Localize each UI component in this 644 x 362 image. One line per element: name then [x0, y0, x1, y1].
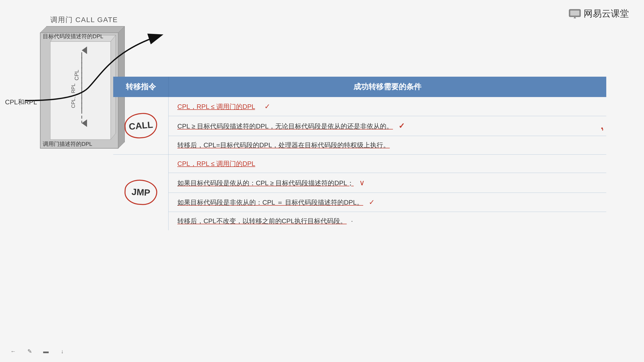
svg-text:调用门描述符的DPL: 调用门描述符的DPL: [43, 141, 92, 147]
table-header: 转移指令 成功转移需要的条件: [113, 77, 606, 97]
toolbar-down-btn[interactable]: ↓: [57, 346, 68, 357]
jmp-circle: JMP: [124, 179, 158, 206]
logo-text: 网易云课堂: [584, 8, 629, 20]
content-table: 转移指令 成功转移需要的条件 CALL CPL，RPL ≤ 调用门的DPL ✓ …: [113, 77, 606, 230]
toolbar-screen-btn[interactable]: ▬: [40, 346, 52, 357]
call-cond2-side-mark: ,: [597, 119, 605, 133]
svg-text:目标代码段描述符的DPL: 目标代码段描述符的DPL: [43, 33, 103, 39]
jmp-condition-4: 转移后，CPL不改变，以转移之前的CPL执行目标代码段。 ·: [169, 212, 606, 230]
svg-rect-7: [55, 35, 116, 133]
jmp-cond2-text: 如果目标代码段是依从的：CPL ≥ 目标代码段描述符的DPL；: [177, 179, 354, 187]
table-row-jmp: JMP CPL，RPL ≤ 调用门的DPL 如果目标代码段是依从的：CPL ≥ …: [113, 155, 606, 230]
jmp-condition-3: 如果目标代码段是非依从的：CPL ＝ 目标代码段描述符的DPL。 ✓: [169, 193, 606, 212]
call-cond1-check: ✓: [264, 103, 270, 110]
logo-icon: [569, 9, 581, 19]
jmp-condition-1: CPL，RPL ≤ 调用门的DPL: [169, 155, 606, 173]
call-cond3-text: 转移后，CPL=目标代码段的DPL，处理器在目标代码段的特权级上执行。: [177, 141, 390, 149]
svg-marker-5: [40, 26, 125, 33]
jmp-condition-2: 如果目标代码段是依从的：CPL ≥ 目标代码段描述符的DPL； ∨: [169, 173, 606, 193]
td-instruction-jmp: JMP: [113, 155, 169, 230]
jmp-cond3-check: ✓: [369, 198, 375, 206]
jmp-cond4-dot: ·: [351, 217, 353, 225]
call-cond2-mark: ✓: [398, 122, 405, 130]
page-title: 调用门 CALL GATE: [50, 15, 118, 25]
jmp-label: JMP: [131, 187, 150, 198]
toolbar-pen-btn[interactable]: ✎: [24, 346, 35, 357]
svg-rect-8: [50, 41, 111, 140]
td-conditions-call: CPL，RPL ≤ 调用门的DPL ✓ CPL ≥ 目标代码段描述符的DPL，无…: [169, 97, 606, 154]
th-instruction: 转移指令: [113, 77, 169, 97]
logo-area: 网易云课堂: [569, 8, 629, 20]
call-condition-3: 转移后，CPL=目标代码段的DPL，处理器在目标代码段的特权级上执行。: [169, 136, 606, 154]
svg-rect-4: [40, 33, 118, 148]
toolbar-back-btn[interactable]: ←: [8, 346, 19, 357]
td-conditions-jmp: CPL，RPL ≤ 调用门的DPL 如果目标代码段是依从的：CPL ≥ 目标代码…: [169, 155, 606, 230]
svg-rect-3: [47, 26, 125, 142]
svg-text:CPL和RPL: CPL和RPL: [5, 98, 37, 106]
jmp-cond3-text: 如果目标代码段是非依从的：CPL ＝ 目标代码段描述符的DPL。: [177, 199, 363, 206]
call-condition-2: CPL ≥ 目标代码段描述符的DPL，无论目标代码段是依从的还是非依从的。 ✓ …: [169, 116, 606, 136]
th-condition: 成功转移需要的条件: [169, 77, 606, 97]
td-instruction-call: CALL: [113, 97, 169, 154]
jmp-cond4-text: 转移后，CPL不改变，以转移之前的CPL执行目标代码段。: [177, 217, 347, 225]
table-row-call: CALL CPL，RPL ≤ 调用门的DPL ✓ CPL ≥ 目标代码段描述符的…: [113, 97, 606, 155]
jmp-cond1-text: CPL，RPL ≤ 调用门的DPL: [177, 160, 255, 167]
jmp-cond2-check: ∨: [359, 178, 365, 187]
svg-text:CPL、RPL: CPL、RPL: [70, 83, 76, 108]
call-cond2-text: CPL ≥ 目标代码段描述符的DPL，无论目标代码段是依从的还是非依从的。: [177, 122, 393, 130]
call-circle: CALL: [123, 112, 158, 140]
call-label: CALL: [128, 119, 153, 132]
svg-text:CPL: CPL: [73, 70, 80, 80]
svg-rect-1: [570, 11, 579, 16]
call-condition-1: CPL，RPL ≤ 调用门的DPL ✓: [169, 97, 606, 116]
toolbar: ← ✎ ▬ ↓: [8, 346, 68, 357]
svg-marker-9: [50, 35, 116, 41]
call-cond1-text: CPL，RPL ≤ 调用门的DPL: [177, 103, 255, 110]
